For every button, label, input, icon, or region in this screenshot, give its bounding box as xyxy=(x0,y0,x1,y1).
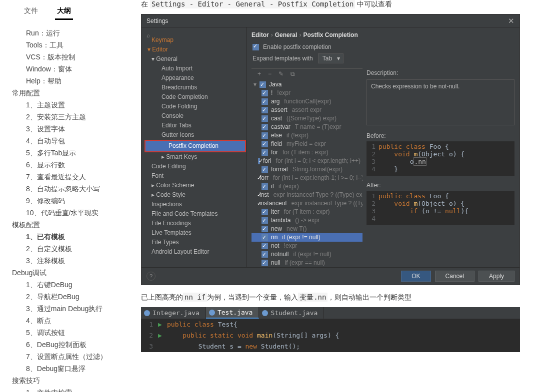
postfix-item[interactable]: formatString.format(expr) xyxy=(252,165,362,174)
postfix-item[interactable]: elseif (!expr) xyxy=(252,131,362,140)
outline-item[interactable]: Run：运行 xyxy=(12,27,129,39)
settings-tree-node[interactable]: File and Code Templates xyxy=(144,209,246,219)
enable-postfix-checkbox[interactable] xyxy=(252,44,259,50)
editor-tab[interactable]: Integer.java xyxy=(141,307,206,319)
outline-item[interactable]: 1、右键DeBug xyxy=(12,279,129,291)
outline-item[interactable]: 2、自定义模板 xyxy=(12,243,129,255)
editor-tab[interactable]: Test.java xyxy=(206,307,259,319)
settings-tree-node[interactable]: Appearance xyxy=(144,73,246,83)
outline-item[interactable]: 5、调试按钮 xyxy=(12,327,129,339)
outline-item[interactable]: 4、自动导包 xyxy=(12,135,129,147)
ok-button[interactable]: OK xyxy=(401,271,430,282)
after-label: After: xyxy=(366,182,514,189)
editor-tab[interactable]: Student.java xyxy=(259,307,324,319)
outline-item[interactable]: 5、多行Tab显示 xyxy=(12,147,129,159)
postfix-item[interactable]: notnullif (expr != null) xyxy=(252,250,362,259)
remove-icon[interactable]: − xyxy=(268,70,272,77)
settings-tree-node[interactable]: ▾ Editor xyxy=(144,45,246,54)
postfix-item[interactable]: instexpr instanceof Type ? ((Type) expr)… xyxy=(252,191,362,199)
close-icon[interactable]: ✕ xyxy=(508,16,514,25)
editor-tabs: Integer.javaTest.javaStudent.java xyxy=(141,307,520,319)
outline-item[interactable]: Tools：工具 xyxy=(12,39,129,51)
outline-list: Run：运行Tools：工具VCS：版本控制Window：窗体Help：帮助常用… xyxy=(12,27,129,392)
outline-item[interactable]: 8、自动提示忽略大小写 xyxy=(12,183,129,195)
postfix-item[interactable]: forifor (int i = 0; i < expr.length; i++… xyxy=(252,157,362,165)
settings-path: Settings - Editor - General - Postfix Co… xyxy=(150,0,356,8)
postfix-item[interactable]: iterfor (T item : expr) xyxy=(252,208,362,216)
outline-item[interactable]: Window：窗体 xyxy=(12,63,129,75)
edit-icon[interactable]: ✎ xyxy=(278,70,284,77)
postfix-item[interactable]: nullif (expr == null) xyxy=(252,259,362,267)
postfix-item[interactable]: fieldmyField = expr xyxy=(252,140,362,148)
settings-tree-node[interactable]: Editor Tabs xyxy=(144,121,246,130)
settings-tree-node[interactable]: Code Editing xyxy=(144,162,246,171)
add-icon[interactable]: + xyxy=(258,70,261,77)
list-toolbar: + − ✎ ⧉ xyxy=(252,68,362,80)
settings-tree-node[interactable]: ▸ Color Scheme xyxy=(144,181,246,190)
outline-item[interactable]: 9、修改编码 xyxy=(12,195,129,207)
settings-tree-node[interactable]: ▸ Smart Keys xyxy=(144,152,246,162)
postfix-item[interactable]: !!expr xyxy=(252,89,362,97)
settings-tree-node[interactable]: File Types xyxy=(144,238,246,247)
copy-icon[interactable]: ⧉ xyxy=(290,70,295,77)
outline-item[interactable]: Debug调试 xyxy=(12,267,129,279)
outline-item[interactable]: 2、导航栏DeBug xyxy=(12,291,129,303)
postfix-item[interactable]: ifif (expr) xyxy=(252,182,362,191)
outline-item[interactable]: 7、查看最近提交人 xyxy=(12,171,129,183)
outline-item[interactable]: 1、主题设置 xyxy=(12,99,129,111)
postfix-item[interactable]: lambda() -> expr xyxy=(252,216,362,225)
tab-outline[interactable]: 大纲 xyxy=(55,5,73,20)
settings-tree-node[interactable]: Code Completion xyxy=(144,92,246,102)
outline-item[interactable]: 常用配置 xyxy=(12,87,129,99)
outline-item[interactable]: 3、设置字体 xyxy=(12,123,129,135)
postfix-item[interactable]: forrfor (int i = expr.length-1; i >= 0; … xyxy=(252,174,362,182)
settings-tree-node[interactable]: Code Folding xyxy=(144,102,246,111)
outline-item[interactable]: 7、设置断点属性（过滤） xyxy=(12,351,129,363)
outline-item[interactable]: 搜索技巧 xyxy=(12,375,129,387)
settings-tree-node[interactable]: Auto Import xyxy=(144,64,246,73)
sidebar-tabs: 文件 大纲 xyxy=(12,5,129,20)
outline-item[interactable]: 3、通过main Debug执行 xyxy=(12,303,129,315)
help-icon[interactable]: ? xyxy=(146,272,156,281)
outline-item[interactable]: 模板配置 xyxy=(12,219,129,231)
tab-file[interactable]: 文件 xyxy=(22,5,40,20)
outline-item[interactable]: 6、DeBug控制面板 xyxy=(12,339,129,351)
postfix-item[interactable]: cast((SomeType) expr) xyxy=(252,114,362,123)
settings-tree-node[interactable]: Console xyxy=(144,111,246,121)
settings-tree-node[interactable]: Breadcrumbs xyxy=(144,83,246,92)
cancel-button[interactable]: Cancel xyxy=(435,271,474,282)
postfix-item[interactable]: forfor (T item : expr) xyxy=(252,148,362,157)
apply-button[interactable]: Apply xyxy=(478,271,514,282)
settings-dialog: Settings ✕ ⌕ Keymap▾ Editor▾ GeneralAuto… xyxy=(141,14,520,285)
outline-item[interactable]: 6、显示行数 xyxy=(12,159,129,171)
outline-item[interactable]: VCS：版本控制 xyxy=(12,51,129,63)
outline-item[interactable]: Help：帮助 xyxy=(12,75,129,87)
settings-tree-node[interactable]: ▾ General xyxy=(144,54,246,64)
outline-item[interactable]: 1、文件内检索 xyxy=(12,387,129,392)
settings-tree-node[interactable]: Font xyxy=(144,171,246,181)
outline-item[interactable]: 2、安装第三方主题 xyxy=(12,111,129,123)
outline-item[interactable]: 3、注释模板 xyxy=(12,255,129,267)
settings-tree-node[interactable]: Live Templates xyxy=(144,228,246,238)
settings-tree-node[interactable]: Postfix Completion xyxy=(144,140,246,152)
postfix-item[interactable]: newnew T() xyxy=(252,225,362,233)
settings-tree-node[interactable]: Gutter Icons xyxy=(144,130,246,140)
postfix-java-root[interactable]: ▾Java xyxy=(252,80,362,89)
outline-item[interactable]: 8、Debug窗口悬浮 xyxy=(12,363,129,375)
settings-tree-node[interactable]: Inspections xyxy=(144,200,246,209)
postfix-item[interactable]: argfunctionCall(expr) xyxy=(252,97,362,106)
postfix-item[interactable]: not!expr xyxy=(252,242,362,250)
outline-item[interactable]: 1、已有模板 xyxy=(12,231,129,243)
settings-tree-node[interactable]: ▸ Code Style xyxy=(144,190,246,200)
postfix-item[interactable]: castvarT name = (T)expr xyxy=(252,123,362,131)
settings-tree-node[interactable]: File Encodings xyxy=(144,219,246,228)
outline-item[interactable]: 10、代码垂直/水平现实 xyxy=(12,207,129,219)
settings-tree-node[interactable]: Android Layout Editor xyxy=(144,247,246,257)
postfix-item[interactable]: instanceofexpr instanceof Type ? ((Type)… xyxy=(252,199,362,208)
outline-sidebar: 文件 大纲 Run：运行Tools：工具VCS：版本控制Window：窗体Hel… xyxy=(0,0,129,392)
outline-item[interactable]: 4、断点 xyxy=(12,315,129,327)
expand-templates-select[interactable]: Tab xyxy=(318,53,344,63)
postfix-item[interactable]: nnif (expr != null) xyxy=(252,233,362,242)
settings-tree-node[interactable]: Keymap xyxy=(144,35,246,45)
postfix-item[interactable]: assertassert expr xyxy=(252,106,362,114)
